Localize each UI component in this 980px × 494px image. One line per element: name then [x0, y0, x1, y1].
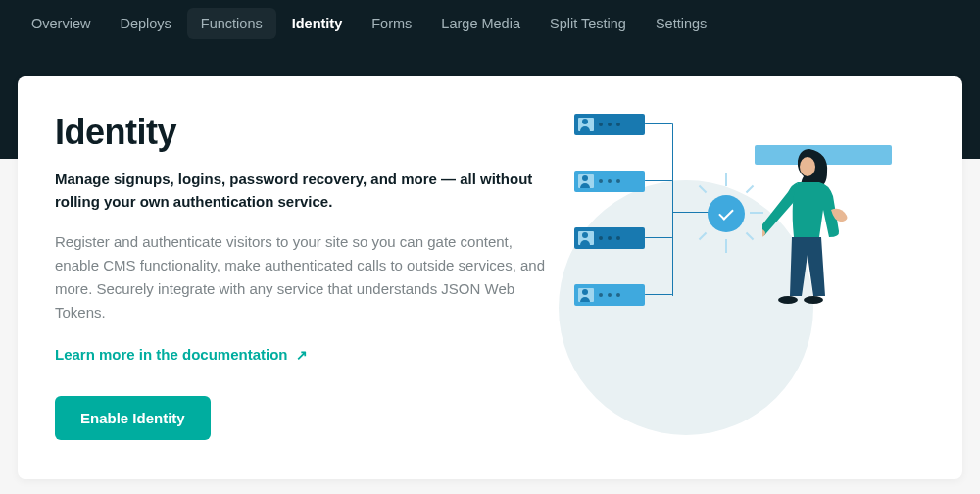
connector-line — [645, 237, 672, 238]
card-content: Identity Manage signups, logins, passwor… — [55, 112, 545, 440]
user-record-icon — [574, 114, 645, 135]
person-illustration-icon — [762, 141, 870, 337]
user-avatar-icon — [578, 288, 594, 302]
nav-overview[interactable]: Overview — [18, 8, 104, 39]
nav-settings[interactable]: Settings — [642, 8, 720, 39]
svg-point-0 — [800, 157, 815, 176]
nav-split-testing[interactable]: Split Testing — [536, 8, 640, 39]
enable-identity-button[interactable]: Enable Identity — [55, 396, 211, 440]
ray-icon — [725, 239, 727, 253]
user-avatar-icon — [578, 174, 594, 188]
connector-line — [645, 124, 672, 124]
external-link-icon: ↗ — [296, 347, 308, 363]
connector-line — [672, 124, 673, 296]
ray-icon — [750, 212, 763, 214]
nav-large-media[interactable]: Large Media — [427, 8, 534, 39]
user-record-icon — [574, 171, 645, 192]
connector-line — [645, 180, 672, 181]
page-title: Identity — [55, 112, 545, 153]
nav-deploys[interactable]: Deploys — [106, 8, 184, 39]
nav-forms[interactable]: Forms — [358, 8, 425, 39]
verified-check-icon — [708, 195, 745, 232]
user-record-icon — [574, 227, 645, 249]
connector-line — [645, 294, 672, 295]
svg-point-3 — [804, 296, 823, 304]
user-avatar-icon — [578, 118, 594, 131]
identity-card: Identity Manage signups, logins, passwor… — [18, 76, 962, 479]
documentation-link[interactable]: Learn more in the documentation ↗ — [55, 346, 308, 363]
nav-tabs: Overview Deploys Functions Identity Form… — [0, 0, 980, 47]
documentation-link-label: Learn more in the documentation — [55, 346, 288, 363]
nav-identity[interactable]: Identity — [278, 8, 357, 39]
svg-point-2 — [778, 296, 798, 304]
user-record-icon — [574, 284, 645, 306]
ray-icon — [746, 185, 754, 193]
identity-illustration — [568, 112, 921, 406]
page-subtitle: Manage signups, logins, password recover… — [55, 169, 545, 213]
nav-functions[interactable]: Functions — [187, 8, 276, 39]
user-avatar-icon — [578, 231, 594, 245]
ray-icon — [725, 173, 727, 186]
page-description: Register and authenticate visitors to yo… — [55, 230, 545, 324]
